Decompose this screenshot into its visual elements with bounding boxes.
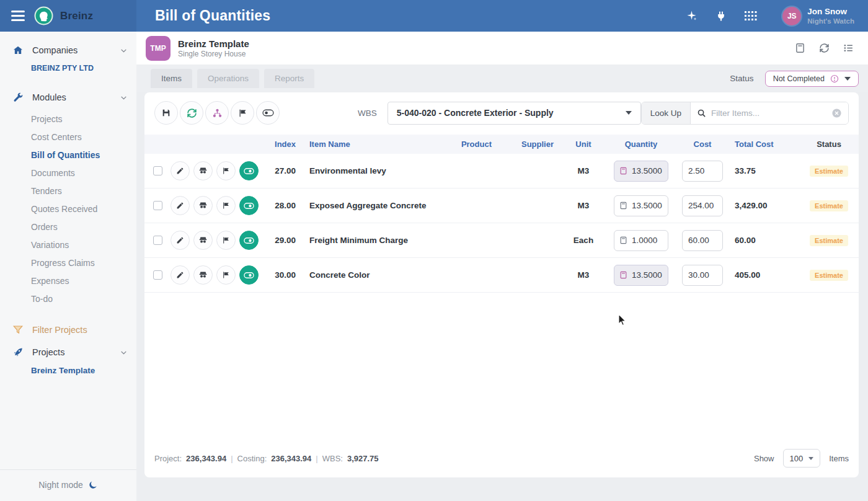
chevron-down-icon xyxy=(120,94,128,102)
row-checkbox[interactable] xyxy=(153,236,162,245)
filter-items-input[interactable] xyxy=(711,109,826,118)
sidebar-filter-projects[interactable]: Filter Projects xyxy=(0,319,136,341)
row-toggle-button[interactable] xyxy=(239,265,259,285)
save-button[interactable] xyxy=(154,101,178,125)
sidebar-module-item[interactable]: Cost Centers xyxy=(31,128,136,146)
sidebar-section-companies[interactable]: Companies xyxy=(0,39,136,61)
pencil-icon xyxy=(176,271,184,279)
edit-row-button[interactable] xyxy=(170,265,190,285)
sidebar-section-projects[interactable]: Projects xyxy=(0,341,136,363)
chevron-down-icon xyxy=(120,47,128,55)
sidebar-module-item[interactable]: Variations xyxy=(31,236,136,254)
sidebar-module-item[interactable]: Quotes Received xyxy=(31,200,136,218)
sidebar-module-item[interactable]: To-do xyxy=(31,290,136,308)
wbs-total-label: WBS: xyxy=(322,454,343,463)
flag-button[interactable] xyxy=(231,101,254,125)
chevron-down-icon xyxy=(844,77,851,81)
incognito-row-button[interactable] xyxy=(193,196,213,215)
cost-input[interactable]: 254.00 xyxy=(682,195,723,216)
sidebar-item-project[interactable]: Breinz Template xyxy=(0,363,136,378)
incognito-row-button[interactable] xyxy=(193,161,213,180)
sidebar-module-item[interactable]: Projects xyxy=(31,110,136,128)
quantity-input[interactable]: 13.5000 xyxy=(614,265,668,286)
status-filter-dropdown[interactable]: Not Completed xyxy=(765,71,859,87)
pencil-icon xyxy=(176,236,184,244)
night-mode-label: Night mode xyxy=(38,480,83,490)
quantity-value: 13.5000 xyxy=(632,270,662,280)
tab[interactable]: Items xyxy=(151,69,192,88)
show-label: Show xyxy=(754,454,774,463)
list-icon xyxy=(843,43,854,53)
tab[interactable]: Operations xyxy=(197,69,259,88)
tabs: Items Operations Reports xyxy=(151,69,314,88)
sidebar-module-item[interactable]: Orders xyxy=(31,218,136,236)
page-size-dropdown[interactable]: 100 xyxy=(783,449,821,468)
sidebar-module-item[interactable]: Bill of Quantities xyxy=(31,146,136,164)
flag-row-button[interactable] xyxy=(216,161,236,180)
calculator-button[interactable] xyxy=(795,43,805,53)
apps-grid-button[interactable] xyxy=(744,9,758,23)
sidebar-item-company[interactable]: BREINZ PTY LTD xyxy=(0,61,136,75)
cell-total-cost: 33.75 xyxy=(731,166,799,175)
cell-item-name: Environmental levy xyxy=(301,166,438,175)
hierarchy-button[interactable] xyxy=(205,101,229,125)
home-icon xyxy=(12,45,24,56)
project-title: Breinz Template xyxy=(178,38,249,50)
integrations-plug-button[interactable] xyxy=(714,9,728,23)
pager: Show 100 Items xyxy=(754,449,849,468)
sidebar-section-modules[interactable]: Modules xyxy=(0,86,136,109)
apps-grid-icon xyxy=(745,11,757,20)
column-header-cost: Cost xyxy=(674,140,731,149)
row-toggle-button[interactable] xyxy=(239,196,259,215)
quantity-value: 13.5000 xyxy=(632,201,662,210)
org-chart-icon xyxy=(212,108,223,118)
funnel-icon xyxy=(12,324,24,335)
row-checkbox[interactable] xyxy=(153,270,162,280)
cost-input[interactable]: 60.00 xyxy=(682,230,723,251)
brand-name: Breinz xyxy=(60,10,93,22)
toggle-view-button[interactable] xyxy=(256,101,280,125)
list-view-button[interactable] xyxy=(843,43,854,53)
quantity-input[interactable]: 13.5000 xyxy=(614,195,668,216)
sidebar-module-item[interactable]: Progress Claims xyxy=(31,254,136,272)
rocket-icon xyxy=(12,347,24,358)
project-subheader: TMP Breinz Template Single Storey House xyxy=(136,32,868,64)
night-mode-toggle[interactable]: Night mode xyxy=(0,469,136,501)
incognito-row-button[interactable] xyxy=(193,231,213,250)
sidebar-module-item[interactable]: Expenses xyxy=(31,272,136,290)
clear-search-button[interactable] xyxy=(831,108,842,118)
flag-row-button[interactable] xyxy=(216,265,236,285)
sidebar: Companies BREINZ PTY LTD Modules Project… xyxy=(0,32,136,501)
row-checkbox[interactable] xyxy=(153,166,162,175)
cell-index: 29.00 xyxy=(264,236,301,245)
sidebar-projects-label: Projects xyxy=(32,347,64,357)
tab[interactable]: Reports xyxy=(264,69,314,88)
row-toggle-button[interactable] xyxy=(239,161,259,180)
sidebar-module-item[interactable]: Tenders xyxy=(31,182,136,200)
flag-icon xyxy=(222,202,230,210)
flag-row-button[interactable] xyxy=(216,231,236,250)
edit-row-button[interactable] xyxy=(170,161,190,180)
activity-sparkle-button[interactable] xyxy=(684,9,698,23)
edit-row-button[interactable] xyxy=(170,196,190,215)
incognito-row-button[interactable] xyxy=(193,265,213,285)
search-icon xyxy=(697,109,706,118)
status-badge: Estimate xyxy=(810,270,848,281)
quantity-input[interactable]: 13.5000 xyxy=(614,161,668,182)
user-menu[interactable]: JS Jon Snow Night's Watch xyxy=(782,7,854,25)
edit-row-button[interactable] xyxy=(170,231,190,250)
flag-row-button[interactable] xyxy=(216,196,236,215)
row-checkbox[interactable] xyxy=(153,201,162,210)
sync-button[interactable] xyxy=(180,101,203,125)
refresh-button[interactable] xyxy=(819,43,830,53)
menu-toggle-button[interactable] xyxy=(9,8,27,24)
cost-input[interactable]: 30.00 xyxy=(682,265,723,286)
sidebar-companies-label: Companies xyxy=(32,45,78,55)
lookup-button[interactable]: Look Up xyxy=(642,102,691,124)
cell-index: 27.00 xyxy=(264,166,301,175)
wbs-dropdown[interactable]: 5-040-020 - Concrete Exterior - Supply xyxy=(388,102,641,125)
sidebar-module-item[interactable]: Documents xyxy=(31,164,136,182)
quantity-input[interactable]: 1.0000 xyxy=(614,230,668,251)
row-toggle-button[interactable] xyxy=(239,231,259,250)
cost-input[interactable]: 2.50 xyxy=(682,161,723,182)
